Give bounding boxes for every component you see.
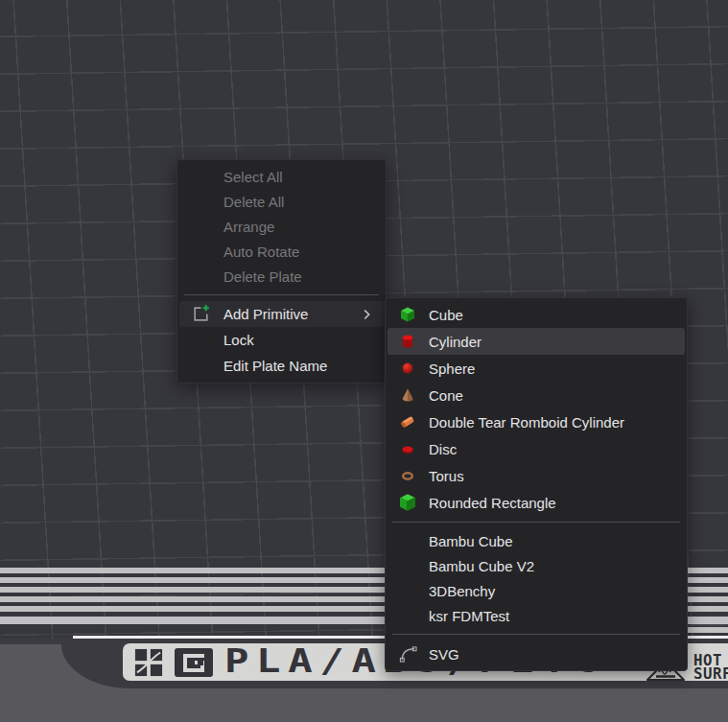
- plate-context-menu: Select All Delete All Arrange Auto Rotat…: [176, 159, 387, 384]
- plate-fan-logo-icon: [134, 648, 163, 677]
- menu-item-arrange: Arrange: [179, 214, 384, 239]
- menu-item-delete-all: Delete All: [179, 189, 384, 214]
- romboid-cylinder-icon: [399, 413, 429, 431]
- add-primitive-submenu: Cube Cylinder Sphere: [385, 297, 688, 671]
- submenu-item-double-tear-romboid-cylinder[interactable]: Double Tear Romboid Cylinder: [387, 408, 685, 435]
- submenu-item-3dbenchy[interactable]: 3DBenchy: [387, 578, 685, 603]
- cube-icon: [399, 306, 429, 323]
- menu-item-lock[interactable]: Lock: [179, 327, 384, 353]
- bezier-curve-icon: [399, 645, 429, 664]
- menu-item-add-primitive[interactable]: Add Primitive: [179, 301, 384, 327]
- submenu-item-rounded-rectangle[interactable]: Rounded Rectangle: [387, 489, 685, 516]
- submenu-item-cube[interactable]: Cube: [387, 301, 685, 328]
- disc-icon: [399, 440, 429, 457]
- submenu-item-bambu-cube-v2[interactable]: Bambu Cube V2: [387, 553, 685, 578]
- submenu-separator: [392, 634, 680, 635]
- submenu-item-bambu-cube[interactable]: Bambu Cube: [387, 528, 685, 553]
- submenu-item-sphere[interactable]: Sphere: [387, 355, 685, 382]
- sphere-icon: [399, 360, 429, 377]
- submenu-item-torus[interactable]: Torus: [387, 462, 685, 489]
- menu-item-delete-plate: Delete Plate: [179, 264, 384, 289]
- menu-separator: [184, 294, 379, 295]
- hot-surface-text: HOT SURFACE: [693, 655, 728, 682]
- cone-icon: [399, 386, 429, 404]
- menu-item-edit-plate-name[interactable]: Edit Plate Name: [179, 353, 384, 379]
- menu-item-select-all: Select All: [179, 164, 384, 189]
- slicer-app: { "colors": { "viewport_bg": "#36363D", …: [0, 0, 728, 722]
- submenu-separator: [392, 522, 680, 523]
- menu-item-auto-rotate: Auto Rotate: [179, 239, 384, 264]
- torus-icon: [399, 467, 429, 484]
- submenu-item-cone[interactable]: Cone: [387, 382, 685, 408]
- plate-brand-logo-icon: [175, 647, 213, 678]
- add-primitive-icon: [191, 304, 223, 324]
- cylinder-icon: [399, 333, 429, 350]
- submenu-item-disc[interactable]: Disc: [387, 435, 685, 462]
- submenu-item-cylinder[interactable]: Cylinder: [387, 328, 685, 355]
- chevron-right-icon: [359, 307, 374, 322]
- submenu-item-ksr-fdmtest[interactable]: ksr FDMTest: [387, 603, 685, 628]
- rounded-rectangle-icon: [399, 494, 429, 511]
- submenu-item-svg[interactable]: SVG: [387, 640, 685, 667]
